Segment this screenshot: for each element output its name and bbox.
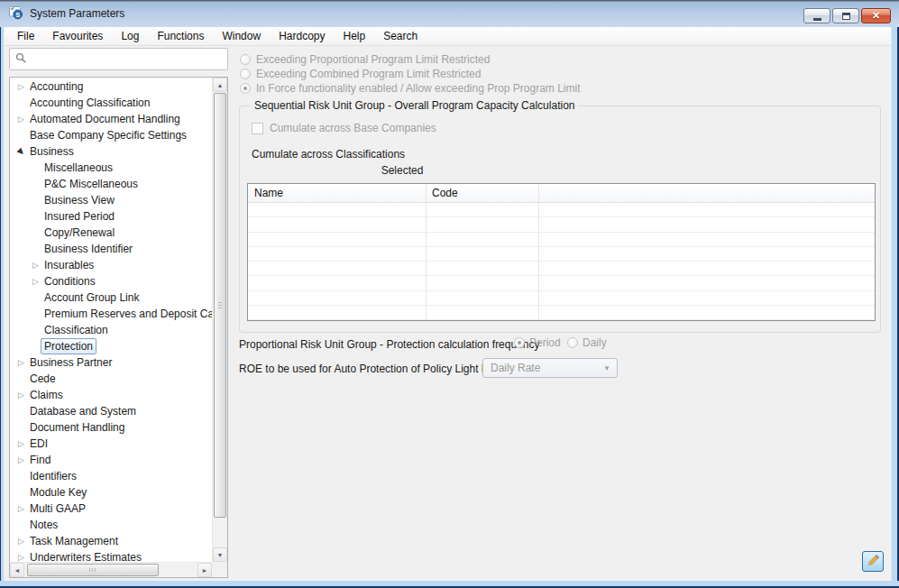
tree-item-account-group-link[interactable]: Account Group Link	[10, 289, 212, 306]
tree-expanded-icon[interactable]: ▶	[14, 144, 29, 159]
tree-item-identifiers[interactable]: Identifiers	[10, 468, 212, 484]
search-input[interactable]	[31, 52, 222, 67]
tree-item-notes[interactable]: Notes	[10, 517, 212, 533]
tree-item-task-management[interactable]: ▷Task Management	[10, 533, 212, 549]
column-header-code[interactable]: Code	[432, 187, 458, 199]
tree-item-multi-gaap[interactable]: ▷Multi GAAP	[10, 501, 212, 517]
tree-item-claims[interactable]: ▷Claims	[10, 387, 212, 403]
tree-item-business-identifier[interactable]: Business Identifier	[10, 241, 212, 257]
tree-item-label: Identifiers	[27, 469, 79, 483]
tree-item-accounting[interactable]: ▷Accounting	[10, 78, 212, 95]
maximize-button[interactable]	[832, 8, 859, 23]
tree-collapsed-icon[interactable]: ▷	[15, 537, 27, 546]
tree-item-database-and-system[interactable]: Database and System	[10, 403, 212, 419]
tree-item-business-view[interactable]: Business View	[10, 192, 212, 208]
tree-item-accounting-classification[interactable]: Accounting Classification	[10, 95, 212, 111]
tree-item-miscellaneous[interactable]: Miscellaneous	[10, 160, 212, 176]
table-row[interactable]	[248, 203, 875, 217]
checkbox-icon[interactable]	[252, 123, 263, 134]
tree-item-p-c-miscellaneous[interactable]: P&C Miscellaneous	[10, 176, 212, 192]
table-row[interactable]	[248, 306, 875, 320]
tree-collapsed-icon[interactable]: ▷	[15, 505, 27, 513]
menu-item-search[interactable]: Search	[374, 28, 427, 44]
menu-item-file[interactable]: File	[8, 28, 43, 44]
menu-item-favourites[interactable]: Favourites	[43, 28, 112, 44]
tree-item-automated-document-handling[interactable]: ▷Automated Document Handling	[10, 111, 212, 127]
frequency-option-period: Period	[514, 336, 561, 349]
scroll-right-icon[interactable]: ►	[197, 563, 212, 577]
scroll-left-icon[interactable]: ◄	[10, 563, 24, 577]
tree-item-label: Premium Reserves and Deposit Calcula	[41, 307, 212, 321]
tree-collapsed-icon[interactable]: ▷	[15, 83, 27, 91]
tree-collapsed-icon[interactable]: ▷	[15, 359, 27, 367]
scroll-down-icon[interactable]: ▼	[213, 547, 227, 562]
tree-collapsed-icon[interactable]: ▷	[30, 262, 41, 270]
tree-item-module-key[interactable]: Module Key	[10, 484, 212, 501]
tree-collapsed-icon[interactable]: ▷	[15, 115, 27, 124]
tree-item-cede[interactable]: Cede	[10, 371, 212, 387]
tree-horizontal-scrollbar[interactable]: ◄ ►	[10, 562, 212, 577]
tree-item-copy-renewal[interactable]: Copy/Renewal	[10, 225, 212, 241]
tree-item-edi[interactable]: ▷EDI	[10, 436, 212, 452]
vertical-scroll-thumb[interactable]	[214, 93, 226, 518]
table-row[interactable]	[248, 291, 875, 306]
radio-icon[interactable]	[514, 337, 525, 348]
tree-item-label: Insurables	[41, 258, 96, 272]
table-row[interactable]	[248, 233, 875, 247]
radio-icon[interactable]	[240, 54, 251, 65]
minimize-button[interactable]	[803, 8, 830, 23]
tree-item-label: Automated Document Handling	[27, 112, 183, 126]
menu-item-log[interactable]: Log	[112, 28, 148, 44]
radio-icon[interactable]	[567, 337, 578, 348]
tree-item-business-partner[interactable]: ▷Business Partner	[10, 354, 212, 371]
tree-item-label: Claims	[27, 388, 66, 402]
tree-item-protection[interactable]: Protection	[10, 338, 212, 354]
tree-item-label: Task Management	[27, 534, 121, 548]
groupbox-title: Sequential Risk Unit Group - Overall Pro…	[251, 99, 578, 112]
tree-item-label: Conditions	[41, 274, 98, 289]
tree-item-label: Business Partner	[27, 355, 115, 370]
title-bar: S System Parameters ✕	[0, 0, 899, 27]
menu-item-hardcopy[interactable]: Hardcopy	[270, 28, 334, 44]
tree-item-label: P&C Miscellaneous	[41, 177, 141, 191]
tree-item-label: Cede	[27, 372, 59, 386]
tree-item-insurables[interactable]: ▷Insurables	[10, 257, 212, 273]
edit-button[interactable]	[862, 551, 884, 572]
tree-item-conditions[interactable]: ▷Conditions	[10, 273, 212, 289]
roe-label: ROE to be used for Auto Protection of Po…	[239, 363, 499, 375]
table-row[interactable]	[248, 247, 875, 262]
roe-dropdown[interactable]: Daily Rate ▼	[482, 358, 618, 378]
maximize-icon	[842, 13, 850, 20]
tree-item-insured-period[interactable]: Insured Period	[10, 208, 212, 225]
tree-item-premium-reserves-and-deposit-calcula[interactable]: Premium Reserves and Deposit Calcula	[10, 306, 212, 322]
menu-item-window[interactable]: Window	[213, 28, 270, 44]
app-window: S System Parameters ✕ FileFavouritesLogF…	[0, 0, 899, 588]
table-row[interactable]	[248, 262, 875, 276]
tree-item-document-handling[interactable]: Document Handling	[10, 419, 212, 436]
tree-item-label: Miscellaneous	[41, 161, 115, 175]
table-row[interactable]	[248, 276, 875, 290]
radio-icon[interactable]	[240, 83, 251, 94]
tree-item-business[interactable]: ▶Business	[10, 143, 212, 160]
horizontal-scroll-thumb[interactable]	[27, 564, 159, 576]
tree-vertical-scrollbar[interactable]: ▲ ▼	[212, 78, 227, 562]
menu-item-functions[interactable]: Functions	[148, 28, 213, 44]
table-header: Name Code	[248, 184, 875, 203]
column-header-name[interactable]: Name	[254, 187, 283, 199]
tree-item-find[interactable]: ▷Find	[10, 452, 212, 468]
tree-collapsed-icon[interactable]: ▷	[15, 440, 27, 448]
menu-item-help[interactable]: Help	[334, 28, 374, 44]
tree-item-classification[interactable]: Classification	[10, 322, 212, 338]
tree-item-base-company-specific-settings[interactable]: Base Company Specific Settings	[10, 127, 212, 143]
close-button[interactable]: ✕	[861, 8, 891, 23]
tree-collapsed-icon[interactable]: ▷	[15, 391, 27, 400]
minimize-icon	[813, 18, 821, 21]
tree-item-underwriters-estimates[interactable]: ▷Underwriters Estimates	[10, 549, 212, 562]
tree-collapsed-icon[interactable]: ▷	[15, 554, 27, 562]
scroll-up-icon[interactable]: ▲	[213, 78, 227, 92]
radio-label: Period	[529, 336, 561, 349]
table-row[interactable]	[248, 217, 875, 232]
tree-collapsed-icon[interactable]: ▷	[15, 456, 27, 464]
radio-icon[interactable]	[240, 69, 251, 79]
tree-collapsed-icon[interactable]: ▷	[30, 278, 41, 286]
